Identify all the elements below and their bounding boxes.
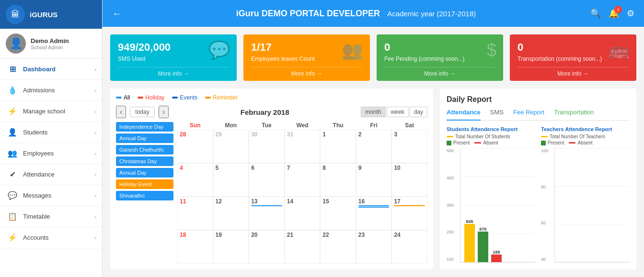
cal-prev-button[interactable]: ‹ [116, 106, 126, 118]
cal-event-holiday[interactable]: Holiday Event [116, 179, 173, 189]
sidebar-item-admissions[interactable]: 💧 Admissions › [0, 80, 102, 101]
sidebar-item-label: Admissions [23, 87, 55, 94]
stat-label-sms: SMS Used [118, 55, 229, 62]
stat-card-transport: 🚌 0 Transportation (comming soon...) Mor… [510, 34, 636, 81]
table-row[interactable]: 3 [391, 130, 427, 163]
table-row[interactable]: 5 [213, 163, 249, 197]
cal-event-christmas[interactable]: Christamas Day [116, 156, 173, 166]
legend-total-students-label: Total Number Of Students [455, 134, 510, 139]
sidebar-item-messages[interactable]: 💬 Messages › [0, 185, 102, 206]
table-row[interactable]: 23 [356, 230, 392, 264]
cal-grid-header: Sun Mon Tue Wed Thu Fri Sat [177, 122, 427, 129]
legend-dot-events [172, 97, 178, 99]
search-icon[interactable]: 🔍 [590, 8, 601, 19]
table-row[interactable]: 19 [213, 230, 249, 264]
legend-label-reminder: Reminder [213, 94, 238, 101]
table-row[interactable]: 16 [356, 197, 392, 230]
students-bar-chart: 845 676 169 [460, 148, 535, 263]
cal-today-button[interactable]: today [130, 107, 154, 117]
table-row[interactable]: 21 [285, 230, 321, 264]
chevron-right-icon: › [94, 214, 96, 220]
back-button[interactable]: ← [112, 8, 122, 19]
sidebar-item-timetable[interactable]: 📋 Timetable › [0, 206, 102, 227]
legend-events[interactable]: Events [172, 94, 197, 101]
stat-label-employees: Employees leaves Count [251, 55, 362, 62]
table-row[interactable]: 22 [320, 230, 356, 264]
admissions-icon: 💧 [8, 86, 17, 95]
header-title: iGuru DEMO PORTAL DEVELOPER Academic yea… [129, 9, 583, 19]
sidebar-item-dashboard[interactable]: ⊞ Dashboard › [0, 59, 102, 80]
stat-more-transport[interactable]: More info → [518, 67, 629, 77]
table-row[interactable]: 9 [356, 163, 392, 197]
tab-fee-report[interactable]: Fee Report [513, 109, 544, 121]
cal-event-annual-day-2[interactable]: Annual Day [116, 168, 173, 177]
table-row[interactable]: 11 [177, 197, 213, 230]
tab-sms[interactable]: SMS [490, 109, 504, 121]
teachers-chart-y-axis: 40 60 80 100 [541, 148, 554, 263]
legend-present-label: Present [453, 140, 470, 145]
cal-next-button[interactable]: › [159, 106, 169, 118]
sidebar-item-employees[interactable]: 👥 Employees › [0, 143, 102, 164]
table-row[interactable]: 24 [391, 230, 427, 264]
table-row[interactable]: 2 [356, 130, 392, 163]
table-row[interactable]: 10 [391, 163, 427, 197]
bar-total [464, 224, 475, 262]
cal-header-wed: Wed [285, 122, 321, 129]
table-row[interactable]: 12 [213, 197, 249, 230]
messages-icon: 💬 [8, 191, 17, 200]
sidebar-item-label: Students [23, 129, 47, 136]
cal-event-shivarathri[interactable]: Shivarathri [116, 191, 173, 200]
sidebar-item-attendance[interactable]: ✔ Attendance › [0, 164, 102, 185]
settings-icon[interactable]: ⚙ [627, 8, 634, 19]
cal-event-annual-day-1[interactable]: Annual Day [116, 133, 173, 143]
legend-reminder[interactable]: Reminder [205, 94, 238, 101]
tab-transportation[interactable]: Transportation [554, 109, 594, 121]
stat-more-sms[interactable]: More info → [118, 67, 229, 77]
cal-event-pill [358, 205, 390, 206]
notification-icon[interactable]: 🔔 1 [609, 8, 619, 19]
students-chart-legend: Total Number Of Students Present Absent [447, 134, 535, 145]
chevron-right-icon: › [94, 235, 96, 241]
sidebar-item-students[interactable]: 👤 Students › [0, 122, 102, 143]
legend-all[interactable]: All [116, 94, 130, 101]
students-chart: Students Attendence Report Total Number … [447, 126, 535, 263]
table-row[interactable]: 8 [320, 163, 356, 197]
table-row[interactable]: 30 [249, 130, 285, 163]
table-row[interactable]: 14 [285, 197, 321, 230]
table-row[interactable]: 29 [213, 130, 249, 163]
table-row[interactable]: 18 [177, 230, 213, 264]
sidebar-item-label: Employees [23, 150, 54, 157]
cal-view-day[interactable]: day [410, 107, 427, 117]
y-label: 80 [541, 185, 554, 189]
table-row[interactable]: 17 [391, 197, 427, 230]
dashboard-icon: ⊞ [8, 65, 17, 74]
sidebar-item-accounts[interactable]: ⚡ Accounts › [0, 227, 102, 248]
table-row[interactable]: 28 [177, 130, 213, 163]
bar-label-total: 845 [466, 219, 473, 224]
cal-grid-body: 28 29 30 31 1 2 3 4 5 6 7 8 [177, 130, 427, 264]
sidebar-item-label: Dashboard [23, 66, 56, 73]
sidebar-item-manage-school[interactable]: ⚡ Manage school › [0, 101, 102, 122]
cal-view-week[interactable]: week [387, 107, 409, 117]
stat-more-fee[interactable]: More info → [384, 67, 495, 77]
header: ← iGuru DEMO PORTAL DEVELOPER Academic y… [103, 0, 644, 27]
legend-row-present: Present Absent [447, 140, 535, 145]
table-row[interactable]: 7 [285, 163, 321, 197]
y-label: 40 [541, 257, 554, 262]
table-row[interactable]: 15 [320, 197, 356, 230]
table-row[interactable]: 1 [320, 130, 356, 163]
legend-holiday[interactable]: Holiday [138, 94, 164, 101]
user-role[interactable]: School Admin [31, 44, 69, 50]
table-row[interactable]: 13 [249, 197, 285, 230]
table-row[interactable]: 6 [249, 163, 285, 197]
stat-card-fee: $ 0 Fee Pending (comming soon...) More i… [377, 34, 503, 81]
sidebar-logo: 🏛 iGURUS [0, 0, 102, 29]
stat-more-employees[interactable]: More info → [251, 67, 362, 77]
table-row[interactable]: 20 [249, 230, 285, 264]
tab-attendance[interactable]: Attendance [447, 109, 481, 121]
cal-event-independence-day[interactable]: Independence Day [116, 122, 173, 132]
cal-event-ganesh[interactable]: Ganesh Chethurthi [116, 145, 173, 155]
cal-view-month[interactable]: month [361, 107, 385, 117]
table-row[interactable]: 31 [285, 130, 321, 163]
table-row[interactable]: 4 [177, 163, 213, 197]
